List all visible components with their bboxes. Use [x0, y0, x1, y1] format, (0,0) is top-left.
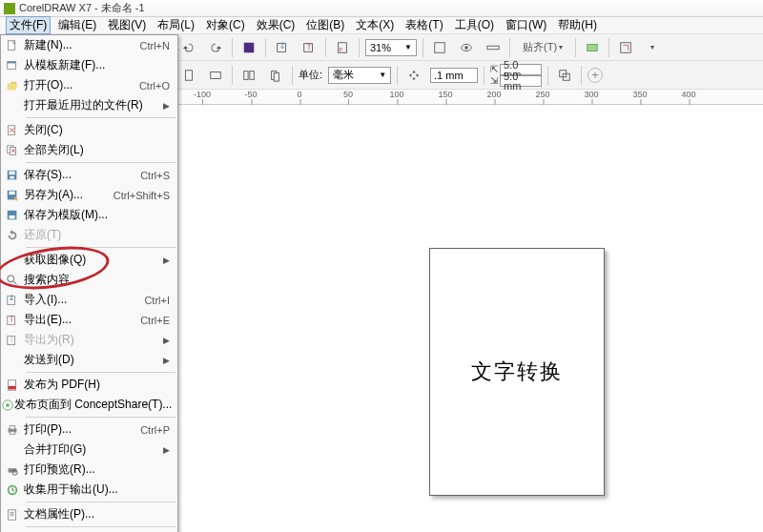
menuitem-从模板新建[interactable]: 从模板新建(F)... — [1, 55, 177, 75]
ruler-tick: 400 — [681, 90, 695, 99]
menuitem-发布为 PDF[interactable]: 发布为 PDF(H) — [1, 375, 177, 395]
menu-帮助[interactable]: 帮助(H) — [554, 17, 601, 33]
separator — [232, 66, 233, 85]
page-text: 文字转换 — [471, 358, 563, 386]
menuitem-关闭[interactable]: 关闭(C) — [1, 120, 177, 140]
menu-表格[interactable]: 表格(T) — [402, 17, 446, 33]
svg-rect-29 — [10, 191, 15, 194]
landscape-button[interactable] — [205, 65, 226, 86]
closeall-icon — [1, 144, 24, 157]
props-icon — [1, 508, 24, 522]
portrait-button[interactable] — [178, 65, 199, 86]
add-preset-button[interactable]: + — [588, 68, 603, 83]
ruler-tick: 150 — [438, 90, 452, 99]
menuitem-导入[interactable]: 导入(I)...Ctrl+I — [1, 290, 177, 310]
menu-视图[interactable]: 视图(V) — [104, 17, 150, 33]
savetpl-icon — [1, 209, 24, 222]
menu-窗口[interactable]: 窗口(W) — [502, 17, 550, 33]
super-nudge-icon: ⇱ — [490, 65, 498, 74]
zoom-level[interactable]: 31%▼ — [365, 39, 417, 56]
document-page[interactable]: 文字转换 — [429, 248, 605, 496]
redo-button[interactable] — [205, 37, 226, 58]
menuitem-全部关闭[interactable]: 全部关闭(L) — [1, 140, 177, 160]
zoom-value: 31% — [370, 42, 391, 53]
svg-point-32 — [8, 275, 14, 281]
dropdown-icon[interactable]: ▾ — [642, 37, 663, 58]
ruler-tick: 250 — [535, 90, 549, 99]
ruler-tick: 100 — [389, 90, 403, 99]
collect-icon — [1, 483, 24, 497]
menuitem-收集用于输出[interactable]: 收集用于输出(U)... — [1, 480, 177, 500]
separator — [359, 38, 360, 57]
separator — [547, 66, 548, 85]
nudge-distance[interactable]: .1 mm — [430, 68, 478, 83]
menu-编辑[interactable]: 编辑(E) — [54, 17, 100, 33]
publish-pdf-button[interactable]: P — [332, 37, 353, 58]
menuitem-另存为[interactable]: 另存为(A)...Ctrl+Shift+S — [1, 185, 177, 205]
micro-nudge[interactable]: 5.0 mm — [500, 75, 542, 87]
new-icon — [1, 39, 24, 52]
launch-button[interactable] — [615, 37, 636, 58]
export-button[interactable] — [299, 37, 320, 58]
unit-label: 单位: — [299, 68, 322, 82]
menuitem-保存[interactable]: 保存(S)...Ctrl+S — [1, 165, 177, 185]
pdf-icon — [1, 379, 24, 392]
fullscreen-button[interactable] — [429, 37, 450, 58]
menuitem-导出[interactable]: 导出(E)...Ctrl+E — [1, 310, 177, 330]
preview-button[interactable] — [456, 37, 477, 58]
print-icon — [1, 423, 24, 437]
menu-文本[interactable]: 文本(X) — [352, 17, 398, 33]
options-button[interactable] — [582, 37, 603, 58]
svg-rect-19 — [9, 40, 15, 50]
separator — [575, 38, 576, 57]
menuitem-文档属性[interactable]: 文档属性(P)... — [1, 504, 177, 524]
unit-select[interactable]: 毫米▼ — [328, 67, 391, 84]
separator — [581, 66, 582, 85]
menuitem-新建[interactable]: 新建(N)...Ctrl+N — [1, 35, 177, 55]
menu-对象[interactable]: 对象(C) — [202, 17, 249, 33]
svg-rect-37 — [9, 385, 16, 389]
menuitem-获取图像[interactable]: 获取图像(Q)▶ — [1, 250, 177, 270]
menuitem-导出为: 导出为(R)▶ — [1, 330, 177, 350]
menu-布局[interactable]: 布局(L) — [154, 17, 198, 33]
menu-工具[interactable]: 工具(O) — [451, 17, 498, 33]
ruler-tick: 50 — [343, 90, 353, 99]
svg-rect-10 — [621, 42, 631, 52]
menuitem-发送到[interactable]: 发送到(D)▶ — [1, 350, 177, 370]
menuitem-搜索内容[interactable]: 搜索内容 — [1, 270, 177, 290]
export-icon — [1, 314, 24, 327]
ruler-tick: -100 — [194, 90, 211, 99]
menuitem-打印预览[interactable]: 打印预览(R)... — [1, 460, 177, 480]
svg-rect-31 — [10, 215, 15, 219]
menuitem-保存为模版[interactable]: 保存为模版(M)... — [1, 205, 177, 225]
preview-icon — [1, 463, 24, 477]
import-button[interactable] — [272, 37, 293, 58]
super-nudge-group: ⇱5.0 mm ⇲5.0 mm — [490, 64, 542, 87]
revert-icon — [1, 229, 24, 242]
search-icon — [1, 274, 24, 287]
menuitem-发布页面到 ConceptShare[interactable]: 发布页面到 ConceptShare(T)... — [1, 395, 177, 415]
separator — [232, 38, 233, 57]
menuitem-打开[interactable]: 打开(O)...Ctrl+O — [1, 75, 177, 95]
menuitem-打印[interactable]: 打印(P)...Ctrl+P — [1, 419, 177, 440]
menuitem-打开最近用过的文件[interactable]: 打开最近用过的文件(R)▶ — [1, 95, 177, 115]
menu-位图[interactable]: 位图(B) — [302, 17, 348, 33]
separator — [484, 66, 485, 85]
menuitem-合并打印[interactable]: 合并打印(G)▶ — [1, 440, 177, 460]
ruler-tick: -50 — [244, 90, 257, 99]
all-pages-button[interactable] — [238, 65, 259, 86]
ruler-tick: 300 — [584, 90, 598, 99]
current-page-button[interactable] — [265, 65, 286, 86]
duplicate-distance-button[interactable] — [554, 65, 575, 86]
svg-rect-5 — [435, 42, 445, 52]
snap-dropdown[interactable]: 贴齐(T) ▾ — [516, 37, 569, 58]
app-logo — [4, 3, 15, 14]
rulers-button[interactable] — [483, 37, 504, 58]
svg-rect-41 — [10, 425, 14, 429]
undo-button[interactable] — [178, 37, 199, 58]
svg-rect-12 — [211, 72, 221, 78]
effects-button[interactable] — [238, 37, 259, 58]
menu-文件[interactable]: 文件(F) — [6, 16, 51, 34]
saveas-icon — [1, 189, 24, 202]
menu-效果[interactable]: 效果(C) — [253, 17, 299, 33]
